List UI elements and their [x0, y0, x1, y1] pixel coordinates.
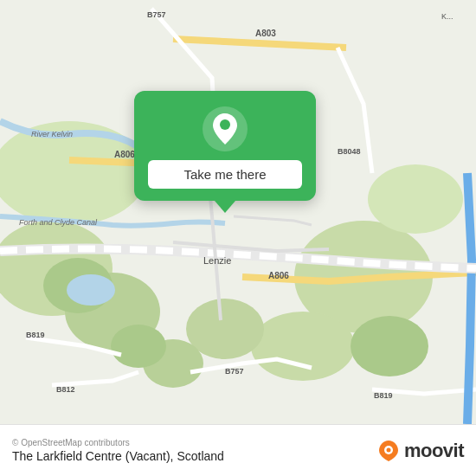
svg-point-6 — [251, 312, 355, 381]
svg-text:B812: B812 — [56, 385, 75, 394]
svg-text:B819: B819 — [374, 391, 393, 400]
svg-text:A806: A806 — [268, 271, 289, 280]
moovit-logo: moovit — [376, 439, 464, 463]
location-name: The Larkfield Centre (Vacant), Scotland — [12, 449, 224, 463]
svg-point-29 — [386, 447, 390, 452]
svg-point-27 — [220, 119, 230, 130]
location-pin-icon — [203, 106, 248, 151]
popup-card: Take me there — [134, 91, 316, 201]
bottom-bar: © OpenStreetMap contributors The Larkfie… — [0, 424, 476, 476]
svg-text:B757: B757 — [225, 367, 244, 376]
svg-text:River Kelvin: River Kelvin — [31, 130, 73, 138]
svg-text:B8048: B8048 — [338, 147, 361, 156]
bottom-info: © OpenStreetMap contributors The Larkfie… — [12, 438, 224, 463]
svg-text:B757: B757 — [147, 10, 166, 19]
svg-point-10 — [111, 325, 166, 368]
moovit-brand-pin-icon — [376, 439, 401, 463]
svg-point-5 — [368, 164, 463, 234]
svg-text:Lenzie: Lenzie — [203, 255, 231, 266]
svg-text:Forth and Clyde Canal: Forth and Clyde Canal — [19, 218, 98, 227]
svg-point-12 — [67, 274, 115, 306]
moovit-brand-name: moovit — [404, 440, 464, 462]
attribution-text: © OpenStreetMap contributors — [12, 438, 224, 447]
map-svg: A803 B757 A806 B8048 B819 B812 B757 B819… — [0, 0, 476, 424]
take-me-there-button[interactable]: Take me there — [148, 160, 302, 189]
svg-text:A806: A806 — [114, 150, 135, 159]
svg-text:K...: K... — [441, 12, 453, 21]
svg-text:A803: A803 — [255, 29, 276, 38]
svg-text:B819: B819 — [26, 331, 45, 339]
map-container: A803 B757 A806 B8048 B819 B812 B757 B819… — [0, 0, 476, 424]
svg-point-11 — [351, 316, 428, 376]
